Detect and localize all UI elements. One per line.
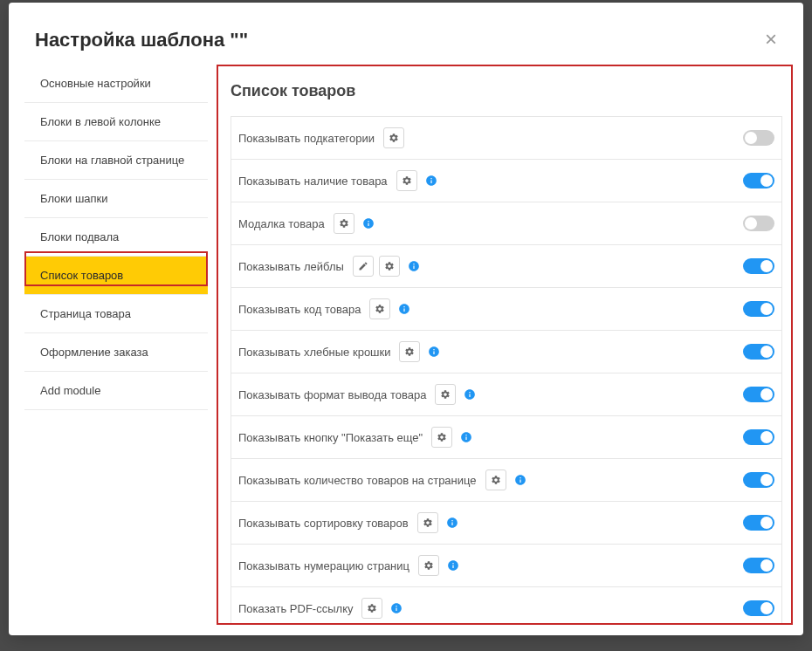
setting-row-1: Показывать наличие товара: [231, 160, 782, 202]
toggle-switch[interactable]: [743, 301, 774, 317]
setting-row-3: Показывать лейблы: [231, 245, 782, 288]
gear-icon[interactable]: [396, 170, 417, 191]
sidebar-item-8[interactable]: Add module: [24, 372, 208, 410]
setting-row-8: Показывать количество товаров на страниц…: [231, 459, 782, 502]
setting-label: Показать PDF-ссылку: [238, 602, 353, 615]
setting-row-0: Показывать подкатегории: [231, 116, 782, 160]
setting-label: Показывать формат вывода товара: [238, 388, 426, 401]
info-icon[interactable]: [407, 259, 421, 273]
setting-left: Показывать код товара: [238, 298, 411, 319]
setting-left: Показывать наличие товара: [238, 170, 438, 191]
info-icon[interactable]: [424, 174, 438, 188]
info-icon[interactable]: [445, 516, 459, 530]
toggle-switch[interactable]: [743, 558, 774, 573]
setting-label: Показывать подкатегории: [238, 132, 375, 145]
info-icon[interactable]: [389, 601, 403, 615]
toggle-switch[interactable]: [743, 600, 774, 616]
setting-label: Показывать код товара: [238, 303, 361, 316]
setting-left: Показывать сортировку товаров: [238, 512, 459, 533]
info-icon[interactable]: [397, 302, 411, 316]
settings-list: Показывать подкатегорииПоказывать наличи…: [231, 116, 782, 625]
toggle-switch[interactable]: [743, 173, 774, 188]
setting-row-11: Показать PDF-ссылку: [231, 587, 782, 625]
setting-left: Показывать количество товаров на страниц…: [238, 469, 527, 490]
toggle-knob: [760, 346, 773, 358]
setting-row-6: Показывать формат вывода товара: [231, 373, 782, 416]
gear-icon[interactable]: [431, 427, 452, 448]
toggle-switch[interactable]: [743, 344, 774, 360]
setting-left: Показывать кнопку "Показать еще": [238, 427, 473, 448]
setting-row-2: Модалка товара: [231, 202, 782, 245]
setting-row-9: Показывать сортировку товаров: [231, 502, 782, 545]
setting-left: Модалка товара: [238, 213, 375, 234]
sidebar-item-4[interactable]: Блоки подвала: [24, 218, 208, 257]
gear-icon[interactable]: [417, 512, 438, 533]
setting-row-10: Показывать нумерацию страниц: [231, 545, 782, 587]
toggle-switch[interactable]: [743, 429, 774, 445]
toggle-knob: [760, 303, 773, 315]
toggle-knob: [760, 431, 773, 443]
gear-icon[interactable]: [379, 256, 400, 277]
info-icon[interactable]: [463, 387, 477, 401]
toggle-switch[interactable]: [743, 387, 774, 402]
toggle-switch[interactable]: [743, 472, 774, 488]
setting-label: Показывать сортировку товаров: [238, 517, 409, 530]
toggle-switch[interactable]: [743, 130, 774, 146]
info-icon[interactable]: [361, 216, 375, 230]
toggle-knob: [760, 474, 773, 486]
setting-label: Показывать наличие товара: [238, 175, 388, 188]
gear-icon[interactable]: [435, 384, 456, 405]
setting-left: Показывать нумерацию страниц: [238, 555, 460, 576]
pencil-icon[interactable]: [353, 256, 374, 277]
setting-row-5: Показывать хлебные крошки: [231, 331, 782, 373]
toggle-knob: [760, 260, 773, 272]
sidebar-item-3[interactable]: Блоки шапки: [24, 180, 208, 218]
modal-header: Настройка шаблона "" ×: [9, 3, 803, 65]
sidebar-item-1[interactable]: Блоки в левой колонке: [24, 103, 208, 141]
toggle-knob: [760, 602, 773, 614]
setting-label: Показывать нумерацию страниц: [238, 559, 409, 572]
close-icon[interactable]: ×: [765, 29, 777, 50]
toggle-switch[interactable]: [743, 216, 774, 231]
sidebar-item-0[interactable]: Основные настройки: [24, 65, 208, 103]
gear-icon[interactable]: [369, 298, 390, 319]
toggle-knob: [760, 175, 773, 187]
settings-modal: Настройка шаблона "" × Основные настройк…: [9, 3, 803, 635]
toggle-knob: [760, 517, 773, 529]
gear-icon[interactable]: [383, 127, 404, 148]
setting-row-4: Показывать код товара: [231, 288, 782, 331]
content-heading: Список товаров: [231, 82, 782, 100]
gear-icon[interactable]: [485, 469, 506, 490]
sidebar-item-5[interactable]: Список товаров: [24, 257, 208, 295]
sidebar: Основные настройкиБлоки в левой колонкеБ…: [24, 65, 217, 625]
toggle-switch[interactable]: [743, 258, 774, 274]
setting-left: Показывать формат вывода товара: [238, 384, 477, 405]
gear-icon[interactable]: [399, 341, 420, 362]
setting-label: Показывать количество товаров на страниц…: [238, 474, 477, 487]
setting-left: Показать PDF-ссылку: [238, 598, 403, 619]
setting-label: Показывать лейблы: [238, 260, 344, 273]
setting-left: Показывать подкатегории: [238, 127, 404, 148]
setting-row-7: Показывать кнопку "Показать еще": [231, 416, 782, 459]
gear-icon[interactable]: [361, 598, 382, 619]
toggle-knob: [745, 132, 757, 144]
sidebar-item-7[interactable]: Оформление заказа: [24, 333, 208, 372]
setting-left: Показывать лейблы: [238, 256, 421, 277]
info-icon[interactable]: [513, 473, 527, 487]
info-icon[interactable]: [459, 430, 473, 444]
sidebar-item-2[interactable]: Блоки на главной странице: [24, 141, 208, 180]
toggle-knob: [745, 217, 757, 230]
sidebar-item-6[interactable]: Страница товара: [24, 295, 208, 333]
toggle-knob: [760, 559, 773, 572]
modal-title: Настройка шаблона "": [35, 29, 248, 51]
setting-label: Показывать хлебные крошки: [238, 346, 390, 359]
info-icon[interactable]: [427, 345, 441, 359]
content-panel: Список товаров Показывать подкатегорииПо…: [217, 65, 793, 625]
setting-label: Модалка товара: [238, 217, 325, 230]
gear-icon[interactable]: [334, 213, 354, 234]
setting-left: Показывать хлебные крошки: [238, 341, 441, 362]
gear-icon[interactable]: [418, 555, 439, 576]
info-icon[interactable]: [446, 558, 460, 572]
setting-label: Показывать кнопку "Показать еще": [238, 431, 423, 444]
toggle-switch[interactable]: [743, 515, 774, 531]
